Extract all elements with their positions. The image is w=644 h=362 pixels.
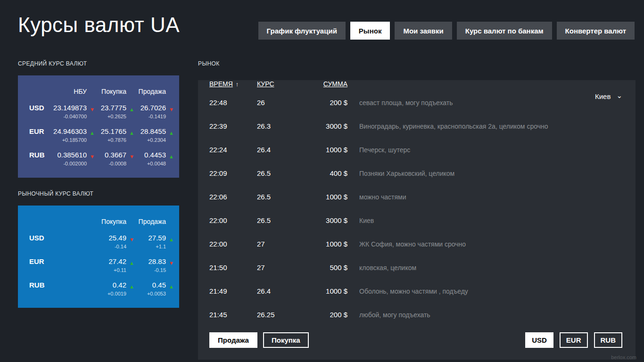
row-time: 22:00 [209, 216, 257, 224]
row-time: 22:09 [209, 169, 257, 177]
buy-button[interactable]: Покупка [263, 332, 309, 348]
column-header-buy: Покупка [87, 88, 126, 97]
market-rates-header: Покупка Продажа [18, 206, 179, 227]
tab-label: Конвертер валют [565, 27, 626, 35]
market-row[interactable]: 22:00 26.5 3000 $ Киев [198, 214, 636, 237]
rate-delta: +0.0048 [126, 160, 166, 167]
market-row[interactable]: 21:49 26.4 1000 $ Оболонь, можно частями… [198, 284, 636, 308]
rate-value: 28.8455 [140, 127, 166, 135]
sell-button[interactable]: Продажа [209, 332, 257, 348]
row-rate: 26.3 [257, 122, 321, 130]
tab-my-orders[interactable]: Мои заявки [395, 22, 452, 40]
rate-value: 0.3667 [105, 151, 126, 159]
row-comment: Позняки Харьковский, целиком [347, 169, 622, 178]
rate-cell: 23.7775 +0.2625 [87, 104, 126, 121]
row-rate: 26.5 [257, 169, 321, 177]
market-rate-row-eur: EUR 27.42 +0.11 28.83 -0.15 [18, 257, 179, 274]
market-row[interactable]: 22:00 27 1000 $ ЖК София, можно частями … [198, 237, 636, 261]
row-comment: Киев [347, 216, 622, 225]
market-row[interactable]: 22:48 26 200 $ севаст площа, могу подъех… [198, 96, 636, 119]
row-time: 22:06 [209, 193, 257, 201]
column-header-buy: Покупка [48, 218, 126, 227]
column-header-time[interactable]: ВРЕМЯ↑ [209, 80, 257, 91]
currency-label: EUR [29, 127, 48, 144]
row-time: 21:50 [209, 263, 257, 272]
rate-cell: 0.4453 +0.0048 [126, 151, 166, 168]
market-row[interactable]: 22:09 26.5 400 $ Позняки Харьковский, це… [198, 166, 636, 190]
row-rate: 26 [257, 99, 321, 107]
rate-delta: +1.1 [126, 243, 166, 250]
rate-value: 26.7026 [140, 104, 166, 112]
column-header-rate[interactable]: КУРС [257, 80, 321, 91]
row-rate: 26.4 [257, 146, 321, 154]
button-label: RUB [601, 336, 616, 344]
tab-converter[interactable]: Конвертер валют [557, 22, 635, 40]
avg-rate-row-rub: RUB 0.385610 -0.002000 0.3667 -0.0008 0.… [18, 151, 179, 168]
rate-delta: -0.040700 [48, 113, 87, 120]
market-row[interactable]: 21:50 27 500 $ кловская, целиком [198, 261, 636, 284]
row-amount: 3000 $ [321, 216, 347, 224]
rate-cell: 26.7026 -0.1419 [126, 104, 166, 121]
trend-arrow-icon [169, 128, 174, 137]
row-time: 21:45 [209, 311, 257, 319]
rate-cell: 0.385610 -0.002000 [48, 151, 87, 168]
rate-cell: 27.59 +1.1 [126, 234, 166, 251]
tab-bar: График флуктуаций Рынок Мои заявки Курс … [258, 22, 635, 40]
currency-usd-button[interactable]: USD [525, 332, 553, 348]
currency-eur-button[interactable]: EUR [560, 332, 588, 348]
avg-rates-section-title: СРЕДНИЙ КУРС ВАЛЮТ [18, 60, 179, 67]
rate-cell: 24.946303 +0.185700 [48, 127, 87, 144]
row-amount: 500 $ [321, 263, 347, 272]
tab-label: Курс валют по банкам [465, 27, 544, 35]
row-time: 21:49 [209, 287, 257, 295]
currency-label: USD [29, 234, 48, 251]
trend-arrow-icon [169, 152, 174, 161]
rate-cell: 28.83 -0.15 [126, 257, 166, 274]
trend-arrow-icon [169, 235, 174, 244]
row-rate: 26.4 [257, 287, 321, 295]
city-filter-dropdown[interactable]: Киев ⌄ [595, 92, 622, 100]
currency-label: EUR [29, 257, 48, 274]
rate-delta: +0.11 [48, 267, 126, 274]
rate-value: 0.45 [152, 281, 166, 289]
market-row[interactable]: 22:39 26.3 3000 $ Виноградарь, куриневка… [198, 119, 636, 143]
rate-cell: 23.149873 -0.040700 [48, 104, 87, 121]
column-header-amount[interactable]: СУММА [321, 80, 347, 91]
rate-value: 24.946303 [53, 127, 87, 135]
row-rate: 27 [257, 240, 321, 248]
rate-delta: +0.2304 [126, 137, 166, 144]
rate-delta: -0.15 [126, 267, 166, 274]
rate-value: 28.83 [148, 257, 166, 265]
rate-value: 25.49 [108, 234, 126, 242]
row-amount: 1000 $ [321, 193, 347, 201]
mode-button-group: Продажа Покупка [209, 332, 309, 348]
row-comment: Виноградарь, куриневка, краснопольская 2… [347, 122, 622, 131]
tab-market[interactable]: Рынок [350, 22, 390, 40]
rates-sidebar: СРЕДНИЙ КУРС ВАЛЮТ НБУ Покупка Продажа U… [18, 60, 179, 308]
rate-value: 27.42 [108, 257, 126, 265]
trend-arrow-icon [169, 282, 174, 291]
row-rate: 26.5 [257, 216, 321, 224]
tab-fluctuation-chart[interactable]: График флуктуаций [258, 22, 346, 40]
market-row[interactable]: 22:06 26.5 1000 $ можно частями [198, 190, 636, 214]
rate-value: 23.7775 [101, 104, 126, 112]
rate-delta: -0.002000 [48, 160, 87, 167]
row-comment: любой, могу подъехать [347, 311, 622, 319]
avg-rates-panel: НБУ Покупка Продажа USD 23.149873 -0.040… [18, 75, 179, 178]
tab-bank-rates[interactable]: Курс валют по банкам [457, 22, 552, 40]
rate-value: 23.149873 [53, 104, 87, 112]
column-header-sell: Продажа [126, 218, 166, 227]
market-row[interactable]: 21:45 26.25 200 $ любой, могу подъехать [198, 308, 636, 331]
row-comment: можно частями [347, 193, 622, 201]
rate-cell: 0.45 +0.0053 [126, 281, 166, 298]
rate-delta: +0.2625 [87, 113, 126, 120]
rate-cell: 27.42 +0.11 [48, 257, 126, 274]
rate-delta: -0.0008 [87, 160, 126, 167]
rate-cell: 25.1765 +0.7876 [87, 127, 126, 144]
page-title: Курсы валют UA [18, 13, 180, 37]
rate-value: 25.1765 [101, 127, 126, 135]
trend-arrow-icon [169, 258, 174, 267]
column-header-sell: Продажа [126, 88, 166, 97]
market-row[interactable]: 22:24 26.4 1000 $ Печерск, шутерс [198, 143, 636, 166]
currency-rub-button[interactable]: RUB [594, 332, 623, 348]
